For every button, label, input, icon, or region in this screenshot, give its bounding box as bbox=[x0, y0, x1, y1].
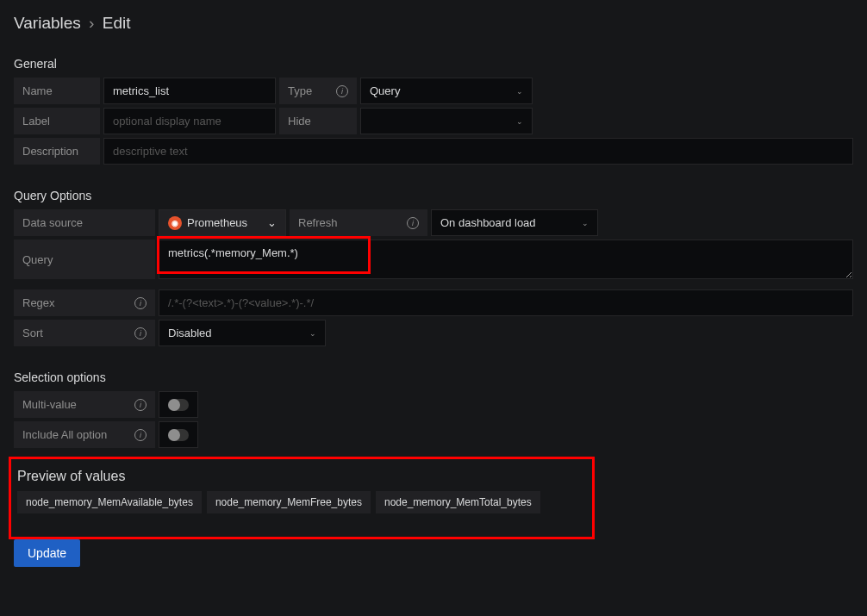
description-input[interactable] bbox=[103, 138, 853, 165]
type-label: Type i bbox=[279, 78, 357, 104]
multivalue-toggle[interactable] bbox=[159, 391, 198, 418]
includeall-label: Include All option i bbox=[14, 421, 155, 448]
section-selection-title: Selection options bbox=[14, 370, 853, 384]
description-label: Description bbox=[14, 138, 100, 165]
sort-select[interactable]: Disabled ⌄ bbox=[159, 320, 326, 346]
type-select[interactable]: Query ⌄ bbox=[360, 78, 533, 104]
chevron-down-icon: ⌄ bbox=[516, 87, 523, 96]
chevron-down-icon: ⌄ bbox=[267, 216, 277, 229]
sort-label: Sort i bbox=[14, 320, 155, 346]
refresh-select[interactable]: On dashboard load ⌄ bbox=[431, 209, 598, 236]
label-input[interactable] bbox=[103, 108, 276, 134]
refresh-label: Refresh i bbox=[290, 209, 427, 236]
preview-chip: node_memory_MemFree_bytes bbox=[207, 491, 371, 513]
info-icon[interactable]: i bbox=[134, 399, 147, 411]
name-label: Name bbox=[14, 78, 100, 104]
query-input[interactable] bbox=[159, 240, 853, 279]
hide-select[interactable]: ⌄ bbox=[360, 108, 533, 134]
regex-input[interactable] bbox=[159, 289, 853, 316]
preview-values: node_memory_MemAvailable_bytes node_memo… bbox=[17, 491, 850, 513]
info-icon[interactable]: i bbox=[134, 429, 147, 441]
name-input[interactable] bbox=[103, 78, 276, 104]
includeall-toggle[interactable] bbox=[159, 421, 198, 448]
chevron-down-icon: ⌄ bbox=[516, 117, 523, 126]
breadcrumb-separator: › bbox=[89, 14, 94, 32]
query-label: Query bbox=[14, 240, 155, 279]
section-general-title: General bbox=[14, 57, 853, 71]
label-label: Label bbox=[14, 108, 100, 134]
chevron-down-icon: ⌄ bbox=[309, 329, 316, 338]
info-icon[interactable]: i bbox=[134, 297, 147, 309]
chevron-down-icon: ⌄ bbox=[582, 219, 589, 227]
hide-label: Hide bbox=[279, 108, 357, 134]
preview-chip: node_memory_MemAvailable_bytes bbox=[17, 491, 202, 513]
breadcrumb-root[interactable]: Variables bbox=[14, 14, 81, 32]
breadcrumb: Variables › Edit bbox=[14, 14, 853, 33]
prometheus-icon: ◉ bbox=[168, 216, 182, 230]
info-icon[interactable]: i bbox=[134, 327, 147, 339]
section-preview-title: Preview of values bbox=[17, 469, 850, 484]
info-icon[interactable]: i bbox=[407, 217, 419, 229]
datasource-label: Data source bbox=[14, 209, 155, 236]
regex-label: Regex i bbox=[14, 289, 155, 316]
multivalue-label: Multi-value i bbox=[14, 391, 155, 418]
info-icon[interactable]: i bbox=[336, 85, 348, 97]
preview-chip: node_memory_MemTotal_bytes bbox=[376, 491, 540, 513]
update-button[interactable]: Update bbox=[14, 539, 80, 567]
section-query-options-title: Query Options bbox=[14, 189, 853, 202]
datasource-select[interactable]: ◉ Prometheus ⌄ bbox=[159, 209, 286, 236]
breadcrumb-current: Edit bbox=[103, 14, 131, 32]
